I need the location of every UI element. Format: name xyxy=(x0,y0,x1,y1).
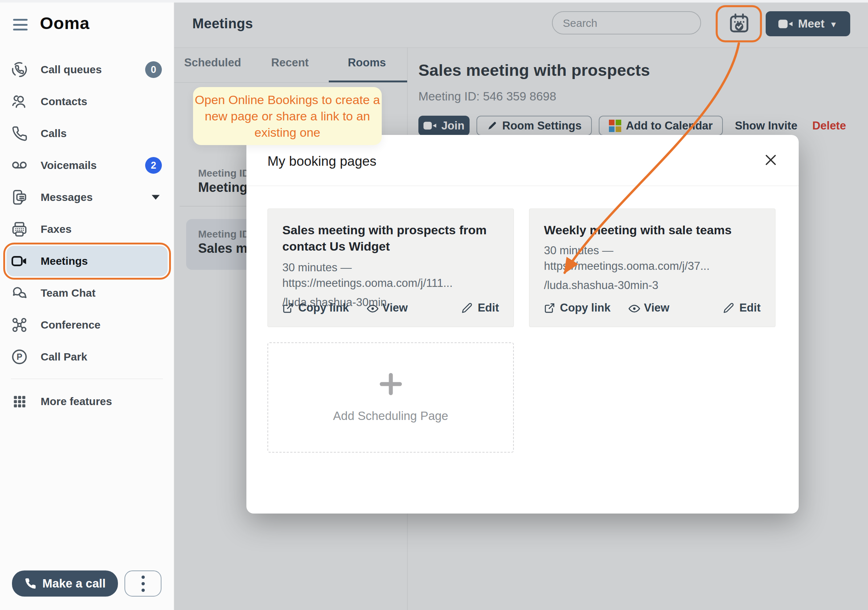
sidebar-item-label: Voicemails xyxy=(41,159,97,172)
booking-url-line2: /luda.shashua-30min-3 xyxy=(544,277,761,293)
modal-header-divider xyxy=(246,186,799,186)
sidebar-item-conference[interactable]: Conference xyxy=(0,309,174,341)
call-queues-icon xyxy=(11,61,28,78)
sidebar-item-faxes[interactable]: Faxes xyxy=(0,213,174,245)
copy-link-label: Copy link xyxy=(298,301,349,314)
phone-icon xyxy=(24,577,37,590)
sidebar-item-label: Call Park xyxy=(41,351,87,363)
sidebar-item-label: Meetings xyxy=(41,255,88,267)
eye-icon xyxy=(628,302,639,314)
sidebar-item-label: More features xyxy=(41,395,112,408)
sidebar-item-calls[interactable]: Calls xyxy=(0,118,174,149)
ooma-logo: Ooma xyxy=(40,13,90,33)
count-badge: 0 xyxy=(145,61,162,78)
chat-bubbles-icon xyxy=(11,285,28,302)
annotation-tooltip: Open Online Bookings to create a new pag… xyxy=(193,87,382,145)
sidebar-item-messages[interactable]: Messages xyxy=(0,181,174,213)
messages-icon xyxy=(11,189,28,206)
edit-button[interactable]: Edit xyxy=(723,301,761,314)
copy-link-button[interactable]: Copy link xyxy=(282,301,349,314)
copy-link-label: Copy link xyxy=(560,301,611,314)
edit-button[interactable]: Edit xyxy=(462,301,499,314)
video-camera-icon xyxy=(11,253,28,270)
sidebar-item-label: Contacts xyxy=(41,95,87,108)
contacts-icon xyxy=(11,93,28,110)
pencil-icon xyxy=(723,302,735,314)
external-link-icon xyxy=(282,302,294,314)
svg-text:P: P xyxy=(17,352,23,362)
sidebar-item-label: Messages xyxy=(41,191,93,203)
booking-pages-modal: My booking pages Sales meeting with pros… xyxy=(246,135,799,514)
sidebar-item-label: Calls xyxy=(41,127,67,139)
conference-icon xyxy=(11,317,28,334)
sidebar: Ooma Call queues 0 xyxy=(0,0,174,610)
edit-label: Edit xyxy=(477,301,499,314)
booking-title: Weekly meeting with sale teams xyxy=(544,222,761,238)
sidebar-divider xyxy=(11,379,163,379)
view-label: View xyxy=(644,301,670,314)
phone-icon xyxy=(11,125,28,142)
sidebar-item-call-park[interactable]: P Call Park xyxy=(0,341,174,373)
external-link-icon xyxy=(544,302,555,314)
sidebar-item-label: Faxes xyxy=(41,223,71,235)
window-top-strip xyxy=(0,0,868,3)
edit-label: Edit xyxy=(739,301,761,314)
sidebar-item-label: Conference xyxy=(41,319,101,331)
sidebar-item-more-features[interactable]: More features xyxy=(0,386,174,417)
sidebar-item-call-queues[interactable]: Call queues 0 xyxy=(0,54,174,85)
tooltip-line: new page or share a link to an xyxy=(205,108,370,124)
plus-icon xyxy=(380,373,402,395)
menu-icon[interactable] xyxy=(13,19,28,31)
fax-icon xyxy=(11,221,28,238)
booking-page-card: Weekly meeting with sale teams 30 minute… xyxy=(529,209,775,327)
view-button[interactable]: View xyxy=(628,301,670,314)
view-label: View xyxy=(383,301,408,314)
more-options-button[interactable] xyxy=(124,570,161,596)
add-scheduling-page-label: Add Scheduling Page xyxy=(268,409,513,423)
sidebar-item-label: Team Chat xyxy=(41,287,95,299)
voicemail-icon xyxy=(11,157,28,174)
booking-url-line1: 30 minutes — https://meetings.ooma.com/j… xyxy=(282,260,499,291)
sidebar-item-team-chat[interactable]: Team Chat xyxy=(0,277,174,309)
tooltip-line: Open Online Bookings to create a xyxy=(195,92,380,108)
grid-icon xyxy=(11,393,28,410)
count-badge: 2 xyxy=(145,157,162,174)
chevron-down-icon[interactable] xyxy=(152,195,160,200)
parking-icon: P xyxy=(11,348,28,365)
view-button[interactable]: View xyxy=(366,301,408,314)
sidebar-item-contacts[interactable]: Contacts xyxy=(0,85,174,118)
app-window: Meetings xyxy=(0,0,868,610)
sidebar-item-voicemails[interactable]: Voicemails 2 xyxy=(0,149,174,181)
booking-url-line1: 30 minutes — https://meetings.ooma.com/j… xyxy=(544,243,761,274)
make-a-call-label: Make a call xyxy=(42,577,105,590)
make-a-call-button[interactable]: Make a call xyxy=(12,570,118,596)
copy-link-button[interactable]: Copy link xyxy=(544,301,611,314)
add-scheduling-page-button[interactable]: Add Scheduling Page xyxy=(267,342,514,453)
booking-title: Sales meeting with prospects from contac… xyxy=(282,222,499,255)
sidebar-item-label: Call queues xyxy=(41,63,102,76)
close-icon[interactable] xyxy=(763,152,778,167)
booking-page-card: Sales meeting with prospects from contac… xyxy=(267,209,514,327)
pencil-icon xyxy=(462,302,473,314)
eye-icon xyxy=(366,302,378,314)
tooltip-line: existing one xyxy=(254,124,320,141)
modal-title: My booking pages xyxy=(267,154,376,169)
sidebar-item-meetings[interactable]: Meetings xyxy=(0,245,174,277)
